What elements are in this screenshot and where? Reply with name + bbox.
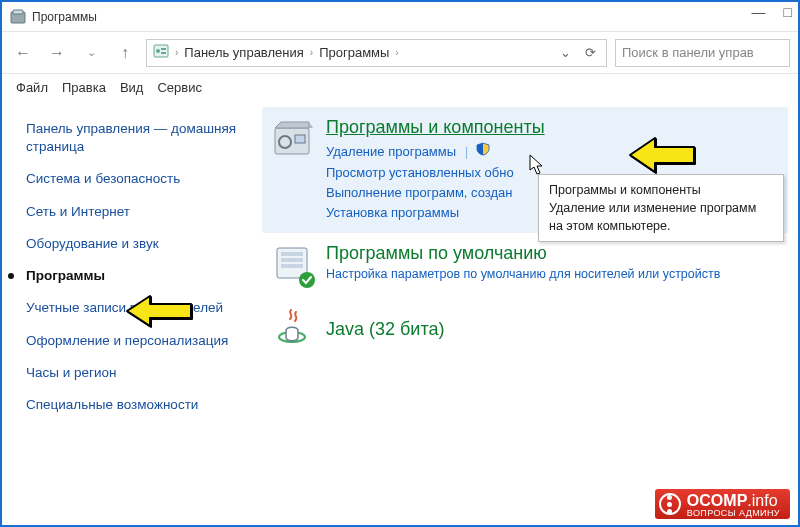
link-view-updates[interactable]: Просмотр установленных обно: [326, 165, 514, 180]
menu-edit[interactable]: Правка: [62, 80, 106, 95]
main-content: Программы и компоненты Удаление программ…: [262, 101, 798, 421]
watermark-icon: [659, 493, 681, 515]
window-icon: [10, 9, 26, 25]
annotation-arrow: [124, 293, 194, 333]
box-icon: [270, 117, 314, 161]
watermark-tld: .info: [747, 492, 777, 509]
maximize-button[interactable]: □: [784, 4, 792, 20]
annotation-arrow: [627, 135, 697, 179]
svg-point-3: [156, 49, 160, 53]
svg-rect-13: [281, 258, 303, 262]
sidebar: Панель управления — домашняя страница Си…: [2, 101, 262, 421]
cursor-icon: [529, 154, 547, 180]
sidebar-item-home[interactable]: Панель управления — домашняя страница: [20, 113, 256, 163]
svg-marker-17: [630, 138, 694, 172]
breadcrumb-sep: ›: [175, 47, 178, 58]
svg-rect-5: [161, 52, 166, 54]
breadcrumb-control-panel[interactable]: Панель управления: [184, 45, 303, 60]
back-button[interactable]: ←: [10, 40, 36, 66]
minimize-button[interactable]: —: [752, 4, 766, 20]
menu-view[interactable]: Вид: [120, 80, 144, 95]
link-uninstall[interactable]: Удаление программы: [326, 144, 456, 159]
tooltip-body: Удаление или изменение программ на этом …: [549, 199, 773, 235]
search-input[interactable]: Поиск в панели управ: [615, 39, 790, 67]
recent-dropdown[interactable]: ⌄: [78, 40, 104, 66]
category-default-programs: Программы по умолчанию Настройка парамет…: [262, 233, 788, 297]
svg-marker-8: [309, 122, 313, 128]
window-title: Программы: [32, 10, 97, 24]
sidebar-item-network[interactable]: Сеть и Интернет: [20, 196, 256, 228]
svg-marker-18: [127, 296, 191, 326]
link-default-media[interactable]: Настройка параметров по умолчанию для но…: [326, 267, 780, 281]
svg-rect-1: [13, 10, 23, 14]
sidebar-item-access[interactable]: Специальные возможности: [20, 389, 256, 421]
menu-bar: Файл Правка Вид Сервис: [2, 74, 798, 101]
sidebar-item-hardware[interactable]: Оборудование и звук: [20, 228, 256, 260]
watermark-brand: OCOMP: [687, 492, 747, 509]
link-programs-features[interactable]: Программы и компоненты: [326, 117, 780, 138]
svg-point-15: [299, 272, 315, 288]
java-icon: [270, 307, 314, 351]
svg-rect-10: [295, 135, 305, 143]
navigation-bar: ← → ⌄ ↑ › Панель управления › Программы …: [2, 32, 798, 74]
svg-rect-4: [161, 48, 166, 50]
watermark-sub: ВОПРОСЫ АДМИНУ: [687, 508, 780, 518]
menu-file[interactable]: Файл: [16, 80, 48, 95]
breadcrumb-sep: ›: [310, 47, 313, 58]
shield-icon: [476, 142, 490, 162]
sidebar-item-programs[interactable]: Программы: [20, 260, 256, 292]
forward-button[interactable]: →: [44, 40, 70, 66]
sidebar-item-system[interactable]: Система и безопасность: [20, 163, 256, 195]
address-dropdown[interactable]: ⌄: [556, 45, 575, 60]
window-buttons: — □: [752, 4, 792, 20]
svg-rect-12: [281, 252, 303, 256]
defaults-icon: [270, 243, 314, 287]
tooltip-title: Программы и компоненты: [549, 181, 773, 199]
link-install-program[interactable]: Установка программы: [326, 205, 459, 220]
link-default-programs[interactable]: Программы по умолчанию: [326, 243, 780, 264]
tooltip: Программы и компоненты Удаление или изме…: [538, 174, 784, 242]
sidebar-item-clock[interactable]: Часы и регион: [20, 357, 256, 389]
title-bar: Программы — □: [2, 2, 798, 32]
link-java[interactable]: Java (32 бита): [326, 319, 444, 340]
breadcrumb-programs[interactable]: Программы: [319, 45, 389, 60]
breadcrumb-sep: ›: [395, 47, 398, 58]
svg-rect-14: [281, 264, 303, 268]
link-run-programs[interactable]: Выполнение программ, создан: [326, 185, 512, 200]
control-panel-icon: [153, 43, 169, 62]
menu-service[interactable]: Сервис: [157, 80, 202, 95]
refresh-button[interactable]: ⟳: [581, 45, 600, 60]
category-java: Java (32 бита): [262, 297, 788, 361]
up-button[interactable]: ↑: [112, 40, 138, 66]
svg-marker-7: [275, 122, 309, 128]
watermark: OCOMP.info ВОПРОСЫ АДМИНУ: [655, 489, 790, 519]
address-bar[interactable]: › Панель управления › Программы › ⌄ ⟳: [146, 39, 607, 67]
